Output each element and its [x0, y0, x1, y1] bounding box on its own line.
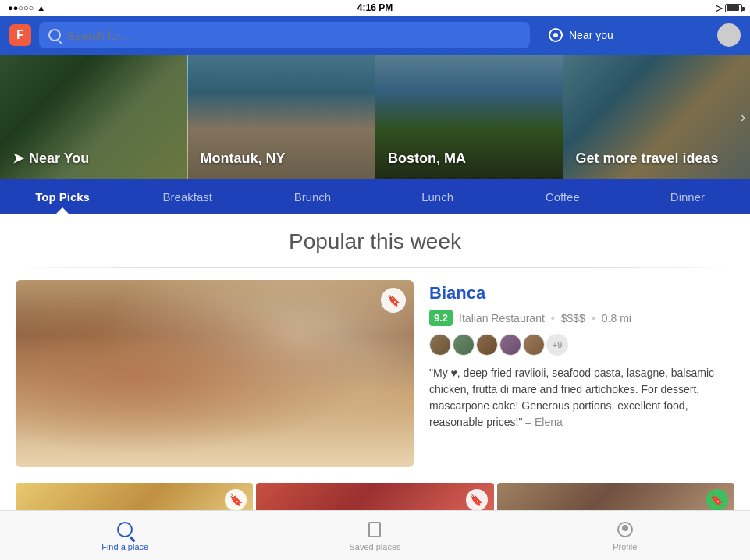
- reviewer-name: – Elena: [525, 416, 562, 428]
- wifi-icon: ▲: [37, 3, 45, 12]
- avatar-5: [523, 334, 545, 356]
- bookmark-icon: 🔖: [387, 294, 400, 307]
- section-title: Popular this week: [0, 214, 750, 267]
- hero-card-near-you[interactable]: ➤ Near You: [0, 55, 187, 179]
- search-area: F Near you: [0, 16, 750, 55]
- thumb-bookmark-icon-2: 🔖: [470, 494, 483, 506]
- hero-label-montauk: Montauk, NY: [201, 151, 286, 167]
- review-text: "My ♥, deep fried ravlioli, seafood past…: [429, 365, 734, 431]
- foursquare-logo: F: [9, 24, 31, 46]
- saved-nav-icon: [365, 520, 384, 539]
- avatars-row: +9: [429, 334, 734, 356]
- hero-card-travel[interactable]: Get more travel ideas ›: [563, 55, 751, 179]
- nav-find-place[interactable]: Find a place: [0, 520, 250, 551]
- section-divider: [16, 267, 734, 268]
- score-badge: 9.2: [429, 310, 453, 326]
- restaurant-meta: 9.2 Italian Restaurant • $$$$ • 0.8 mi: [429, 310, 734, 326]
- avatar-1: [429, 334, 451, 356]
- signal-dots: ●●○○○: [8, 3, 34, 12]
- thumb-save-3[interactable]: 🔖: [706, 489, 728, 511]
- review-quote: "My ♥, deep fried ravlioli, seafood past…: [429, 367, 714, 428]
- find-nav-label: Find a place: [101, 542, 148, 551]
- location-icon: ▷: [716, 3, 722, 13]
- near-you-label: Near you: [569, 29, 613, 41]
- thumb-save-2[interactable]: 🔖: [466, 489, 488, 511]
- meta-dot-1: •: [551, 312, 555, 324]
- featured-info: Bianca 9.2 Italian Restaurant • $$$$ • 0…: [429, 280, 734, 431]
- hero-strip: ➤ Near You Montauk, NY Boston, MA Get mo…: [0, 55, 750, 179]
- thumb-bookmark-icon-1: 🔖: [229, 494, 243, 506]
- hero-label-travel: Get more travel ideas: [576, 151, 719, 167]
- category-breakfast[interactable]: Breakfast: [125, 179, 250, 214]
- avatar-4: [499, 334, 521, 356]
- category-lunch[interactable]: Lunch: [375, 179, 500, 214]
- hero-label-boston: Boston, MA: [388, 151, 466, 167]
- arrow-icon: ➤: [12, 150, 24, 167]
- avatar-3: [476, 334, 498, 356]
- featured-card: 🔖 Bianca 9.2 Italian Restaurant • $$$$ •…: [16, 280, 734, 467]
- location-dot-icon: [549, 28, 563, 42]
- category-coffee[interactable]: Coffee: [500, 179, 625, 214]
- category-brunch[interactable]: Brunch: [250, 179, 375, 214]
- profile-nav-icon: [617, 522, 633, 537]
- thumb-save-1[interactable]: 🔖: [225, 489, 247, 511]
- user-avatar[interactable]: [717, 23, 741, 47]
- hero-label-near-you: ➤ Near You: [12, 150, 89, 167]
- category-top-picks[interactable]: Top Picks: [0, 179, 125, 214]
- main-content: 🔖 Bianca 9.2 Italian Restaurant • $$$$ •…: [0, 280, 750, 545]
- nav-profile[interactable]: Profile: [500, 520, 750, 551]
- avatar-2: [453, 334, 475, 356]
- status-bar: ●●○○○ ▲ 4:16 PM ▷: [0, 0, 750, 16]
- bookmark-nav-icon: [368, 522, 381, 537]
- status-left: ●●○○○ ▲: [8, 3, 45, 12]
- search-input-wrapper[interactable]: [39, 22, 530, 48]
- category-dinner[interactable]: Dinner: [625, 179, 750, 214]
- status-right: ▷: [716, 3, 742, 13]
- restaurant-name[interactable]: Bianca: [429, 283, 734, 303]
- restaurant-category: Italian Restaurant: [459, 312, 545, 324]
- saved-nav-label: Saved places: [349, 542, 400, 551]
- search-nav-icon: [117, 522, 133, 537]
- avatar-count: +9: [546, 334, 568, 356]
- profile-nav-label: Profile: [613, 542, 637, 551]
- battery-icon: [725, 4, 742, 12]
- hero-card-montauk[interactable]: Montauk, NY: [187, 55, 375, 179]
- profile-nav-icon-wrapper: [616, 520, 634, 539]
- distance: 0.8 mi: [602, 312, 631, 324]
- find-nav-icon: [116, 520, 134, 539]
- featured-image: 🔖: [16, 280, 414, 467]
- nav-saved-places[interactable]: Saved places: [250, 520, 499, 551]
- status-time: 4:16 PM: [357, 2, 393, 13]
- bottom-nav: Find a place Saved places Profile: [0, 510, 750, 560]
- meta-dot-2: •: [592, 312, 595, 324]
- category-nav: Top Picks Breakfast Brunch Lunch Coffee …: [0, 179, 750, 214]
- price-range: $$$$: [561, 312, 585, 324]
- hero-card-boston[interactable]: Boston, MA: [375, 55, 563, 179]
- near-you-button[interactable]: Near you: [538, 22, 709, 48]
- search-icon: [48, 29, 61, 41]
- hero-chevron-icon: ›: [741, 109, 745, 126]
- featured-save-button[interactable]: 🔖: [381, 288, 406, 313]
- thumb-bookmark-icon-3: 🔖: [710, 494, 723, 506]
- search-input[interactable]: [67, 29, 521, 42]
